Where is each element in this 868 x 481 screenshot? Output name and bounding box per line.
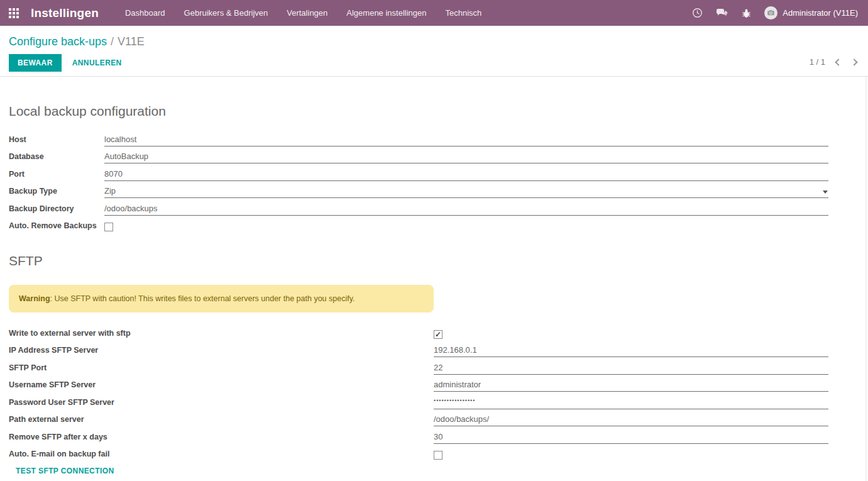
email-on-fail-cell	[434, 451, 828, 461]
menu-item-technical[interactable]: Technisch	[436, 0, 492, 26]
pager-next-icon[interactable]	[850, 58, 857, 65]
field-row-sftp-ip: IP Address SFTP Server 192.168.0.1	[9, 340, 828, 358]
sftp-warning-banner: Warning: Use SFTP with caution! This wri…	[9, 285, 434, 312]
field-row-database: Database AutoBackup	[9, 147, 828, 164]
write-sftp-checkbox[interactable]: ✓	[434, 330, 442, 339]
write-sftp-label: Write to external server with sftp	[9, 329, 434, 340]
breadcrumb-parent-link[interactable]: Configure back-ups	[9, 35, 107, 48]
sftp-password-input[interactable]: ••••••••••••••••	[434, 397, 828, 409]
apps-menu-icon[interactable]	[9, 8, 19, 18]
pager-value: 1 / 1	[810, 57, 825, 67]
backup-type-value: Zip	[104, 186, 116, 196]
field-row-backup-type: Backup Type Zip	[9, 181, 828, 199]
chevron-down-icon	[823, 191, 828, 194]
clock-icon[interactable]	[692, 8, 703, 18]
user-name: Administrator (V11E)	[783, 8, 858, 18]
menu-item-general-settings[interactable]: Algemene instellingen	[337, 0, 436, 26]
field-row-backup-directory: Backup Directory /odoo/backups	[9, 198, 828, 216]
menu-item-dashboard[interactable]: Dashboard	[116, 0, 175, 26]
field-row-sftp-username: Username SFTP Server administrator	[9, 375, 828, 392]
backup-type-label: Backup Type	[9, 187, 104, 198]
host-label: Host	[9, 135, 104, 147]
app-title[interactable]: Instellingen	[31, 6, 99, 20]
field-row-sftp-password: Password User SFTP Server ••••••••••••••…	[9, 392, 828, 409]
sftp-fields: Write to external server with sftp ✓ IP …	[9, 323, 828, 461]
write-sftp-cell: ✓	[434, 330, 828, 340]
port-label: Port	[9, 170, 104, 181]
sftp-ip-label: IP Address SFTP Server	[9, 346, 434, 357]
user-avatar-icon	[764, 6, 777, 19]
email-on-fail-label: Auto. E-mail on backup fail	[9, 450, 434, 461]
local-backup-section-title: Local backup configuration	[9, 104, 828, 119]
bug-icon[interactable]	[742, 8, 751, 18]
host-input[interactable]: localhost	[104, 135, 828, 147]
pager-previous-icon[interactable]	[835, 58, 842, 65]
port-input[interactable]: 8070	[104, 169, 828, 181]
control-panel-buttons: BEWAAR ANNULEREN	[9, 54, 858, 72]
field-row-write-sftp: Write to external server with sftp ✓	[9, 323, 828, 340]
scrollbar-track[interactable]	[865, 77, 868, 481]
test-sftp-connection-button[interactable]: TEST SFTP CONNECTION	[16, 467, 114, 475]
sftp-username-label: Username SFTP Server	[9, 380, 434, 392]
sftp-port-input[interactable]: 22	[434, 363, 828, 375]
navbar-right: Administrator (V11E)	[692, 6, 858, 19]
menu-item-translations[interactable]: Vertalingen	[277, 0, 337, 26]
odoo-settings-page: Instellingen Dashboard Gebruikers & Bedr…	[0, 0, 868, 481]
discard-button[interactable]: ANNULEREN	[64, 55, 130, 71]
auto-remove-backups-checkbox[interactable]	[104, 223, 113, 231]
sftp-username-input[interactable]: administrator	[434, 380, 828, 392]
user-menu[interactable]: Administrator (V11E)	[764, 6, 858, 19]
sftp-section-title: SFTP	[9, 253, 828, 268]
sftp-port-label: SFTP Port	[9, 363, 434, 375]
sftp-ip-input[interactable]: 192.168.0.1	[434, 345, 828, 357]
backup-directory-input[interactable]: /odoo/backups	[104, 204, 828, 216]
database-label: Database	[9, 152, 104, 163]
field-row-email-on-fail: Auto. E-mail on backup fail	[9, 444, 828, 462]
auto-remove-backups-label: Auto. Remove Backups	[9, 221, 104, 233]
field-row-host: Host localhost	[9, 129, 828, 147]
database-input[interactable]: AutoBackup	[104, 152, 828, 163]
field-row-port: Port 8070	[9, 163, 828, 181]
field-row-auto-remove: Auto. Remove Backups	[9, 216, 828, 233]
control-panel: Configure back-ups/V11E BEWAAR ANNULEREN…	[0, 26, 868, 77]
breadcrumb-separator: /	[111, 35, 114, 48]
field-row-sftp-port: SFTP Port 22	[9, 357, 828, 375]
sftp-path-label: Path external server	[9, 415, 434, 426]
pager: 1 / 1	[810, 57, 857, 67]
sftp-remove-days-label: Remove SFTP after x days	[9, 433, 434, 444]
sftp-remove-days-input[interactable]: 30	[434, 432, 828, 444]
sftp-path-input[interactable]: /odoo/backups/	[434, 414, 828, 426]
main-menu: Dashboard Gebruikers & Bedrijven Vertali…	[116, 0, 491, 26]
save-button[interactable]: BEWAAR	[9, 54, 62, 72]
local-backup-fields: Host localhost Database AutoBackup Port …	[9, 129, 828, 233]
backup-directory-label: Backup Directory	[9, 204, 104, 216]
warning-label: Warning	[19, 294, 50, 303]
field-row-sftp-path: Path external server /odoo/backups/	[9, 409, 828, 427]
breadcrumb-current: V11E	[118, 35, 145, 48]
chat-icon[interactable]	[716, 8, 728, 18]
field-row-sftp-remove-days: Remove SFTP after x days 30	[9, 426, 828, 444]
warning-text: : Use SFTP with caution! This writes fil…	[50, 294, 355, 303]
email-on-fail-checkbox[interactable]	[434, 451, 442, 460]
breadcrumb: Configure back-ups/V11E	[9, 35, 858, 48]
menu-item-users-companies[interactable]: Gebruikers & Bedrijven	[175, 0, 278, 26]
auto-remove-backups-cell	[104, 223, 828, 233]
backup-type-select[interactable]: Zip	[104, 186, 828, 198]
form-sheet: Local backup configuration Host localhos…	[0, 104, 868, 476]
sftp-password-label: Password User SFTP Server	[9, 398, 434, 409]
top-navbar: Instellingen Dashboard Gebruikers & Bedr…	[0, 0, 868, 26]
